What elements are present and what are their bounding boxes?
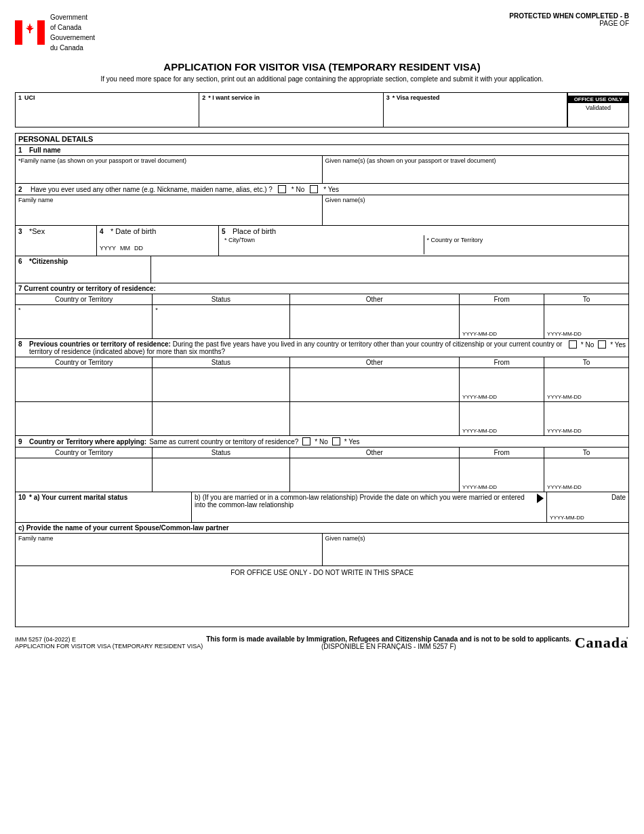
svg-rect-4 (29, 31, 31, 33)
other-names-num: 2 (18, 186, 26, 193)
given-name-sublabel: Given name(s) (as shown on your passport… (325, 157, 626, 164)
fullname-num: 1 (18, 146, 26, 154)
field9-no-checkbox[interactable] (302, 437, 310, 445)
other-given-cell[interactable]: Given name(s) (323, 195, 629, 225)
field8-to1[interactable]: YYYY-MM-DD (544, 368, 628, 401)
canada-text: Canadȧ̇ (575, 634, 629, 651)
field10c-label: c) Provide the name of your current Spou… (18, 524, 229, 532)
field9-country-cell[interactable] (16, 458, 153, 492)
other-names-label: Have you ever used any other name (e.g. … (31, 186, 273, 193)
form-code: IMM 5257 (04-2022) E (15, 636, 203, 643)
field8-col-from: From (460, 357, 544, 368)
field8-status2[interactable] (153, 402, 289, 435)
field7-status-cell[interactable]: * (153, 305, 289, 338)
field7-from-cell[interactable]: YYYY-MM-DD (460, 305, 544, 338)
field9-col-other: Other (290, 448, 460, 458)
yes-checkbox[interactable] (310, 185, 318, 193)
field9-label: Country or Territory where applying: (29, 438, 146, 445)
uci-field[interactable]: 1 UCI (16, 93, 199, 127)
field9-from-cell[interactable]: YYYY-MM-DD (460, 458, 544, 492)
page-of: PAGE OF (509, 20, 629, 27)
sex-cell[interactable]: 3 *Sex (16, 226, 97, 256)
field8-country2[interactable] (16, 402, 153, 435)
personal-details-label: PERSONAL DETAILS (18, 135, 93, 143)
fullname-label: Full name (29, 146, 61, 154)
yes-label: * Yes (323, 186, 339, 193)
field7-col-headers: Country or Territory Status Other From T… (15, 294, 629, 305)
field7-country-cell[interactable]: * (16, 305, 153, 338)
pob-country-cell[interactable]: * Country or Territory (424, 235, 626, 254)
citizenship-value-cell[interactable] (151, 256, 628, 283)
field7-other-cell[interactable] (290, 305, 460, 338)
field9-other-cell[interactable] (290, 458, 460, 492)
protected-label: PROTECTED WHEN COMPLETED - B (509, 12, 629, 20)
field8-no-label: * No (581, 341, 594, 349)
citizenship-label-cell: 6 *Citizenship (16, 256, 151, 283)
citizenship-row: 6 *Citizenship (15, 256, 629, 283)
family-name-cell[interactable]: *Family name (as shown on your passport … (16, 156, 323, 183)
field8-other2[interactable] (290, 402, 460, 435)
field10b-arrow (537, 494, 544, 503)
citizenship-num: 6 (18, 258, 26, 265)
field8-label: Previous countries or territory of resid… (29, 340, 171, 348)
field8-num: 8 (18, 340, 26, 348)
other-given-label: Given name(s) (325, 197, 626, 203)
pob-num: 5 (222, 228, 230, 235)
field9-yes-checkbox[interactable] (332, 437, 340, 445)
service-field[interactable]: 2 * I want service in (199, 93, 383, 127)
no-checkbox[interactable] (278, 185, 286, 193)
dd-label: DD (134, 245, 143, 252)
header-right: PROTECTED WHEN COMPLETED - B PAGE OF (509, 12, 629, 27)
service-num: 2 (202, 94, 205, 101)
canada-flag-icon (15, 18, 45, 47)
field9-header: 9 Country or Territory where applying: S… (15, 436, 629, 448)
field8-from2[interactable]: YYYY-MM-DD (460, 402, 544, 435)
gov-fr: Gouvernement du Canada (50, 33, 95, 53)
field8-yes-checkbox[interactable] (598, 340, 606, 349)
field9-col-from: From (460, 448, 544, 458)
field9-from-yyyy: YYYY-MM-DD (462, 484, 541, 490)
field8-from1-yyyy: YYYY-MM-DD (462, 394, 541, 400)
field8-data-row1: YYYY-MM-DD YYYY-MM-DD (15, 368, 629, 402)
field10b-label: b) (If you are married or in a common-la… (195, 494, 530, 509)
personal-details-header: PERSONAL DETAILS (15, 133, 629, 145)
field9-num: 9 (18, 438, 26, 445)
visa-label: * Visa requested (393, 94, 440, 101)
field10c-given-cell[interactable]: Given name(s) (323, 534, 629, 565)
field9-col-to: To (544, 448, 628, 458)
field10-ab-row: 10 * a) Your current marital status b) (… (15, 492, 629, 523)
other-family-cell[interactable]: Family name (16, 195, 323, 225)
field9-status-cell[interactable] (153, 458, 289, 492)
service-label: * I want service in (208, 94, 260, 101)
city-label: * City/Town (224, 237, 421, 243)
office-use-bottom-label: FOR OFFICE USE ONLY - DO NOT WRITE IN TH… (18, 569, 626, 576)
field7-from-yyyy: YYYY-MM-DD (462, 331, 541, 337)
field8-from1[interactable]: YYYY-MM-DD (460, 368, 544, 401)
pob-city-cell[interactable]: * City/Town (222, 235, 424, 254)
field8-to2[interactable]: YYYY-MM-DD (544, 402, 628, 435)
field8-from2-yyyy: YYYY-MM-DD (462, 428, 541, 434)
field10a-cell[interactable]: 10 * a) Your current marital status (16, 492, 192, 522)
field10-date-cell[interactable]: Date YYYY-MM-DD (547, 492, 628, 522)
given-name-cell[interactable]: Given name(s) (as shown on your passport… (323, 156, 629, 183)
field8-country1[interactable] (16, 368, 153, 401)
field8-col-headers: Country or Territory Status Other From T… (15, 357, 629, 368)
header: Government of Canada Gouvernement du Can… (15, 12, 629, 53)
field8-status1[interactable] (153, 368, 289, 401)
field7-to-cell[interactable]: YYYY-MM-DD (544, 305, 628, 338)
field9-to-cell[interactable]: YYYY-MM-DD (544, 458, 628, 492)
field8-no-checkbox[interactable] (569, 340, 577, 349)
top-fields-row: 1 UCI 2 * I want service in 3 * Visa req… (15, 92, 629, 127)
field8-other1[interactable] (290, 368, 460, 401)
visa-num: 3 (386, 94, 390, 101)
field8-col-to: To (544, 357, 628, 368)
field10c-family-cell[interactable]: Family name (16, 534, 323, 565)
field10a-label: * a) Your current marital status (29, 494, 127, 501)
pob-label: Place of birth (233, 227, 276, 235)
field7-star: * (18, 306, 21, 313)
field9-same-as: Same as current country or territory of … (149, 438, 298, 445)
pob-inner: * City/Town * Country or Territory (222, 235, 626, 254)
dob-cell[interactable]: 4 * Date of birth YYYY MM DD (97, 226, 219, 256)
field8-yes-label: * Yes (610, 341, 626, 349)
visa-field[interactable]: 3 * Visa requested (384, 93, 567, 127)
